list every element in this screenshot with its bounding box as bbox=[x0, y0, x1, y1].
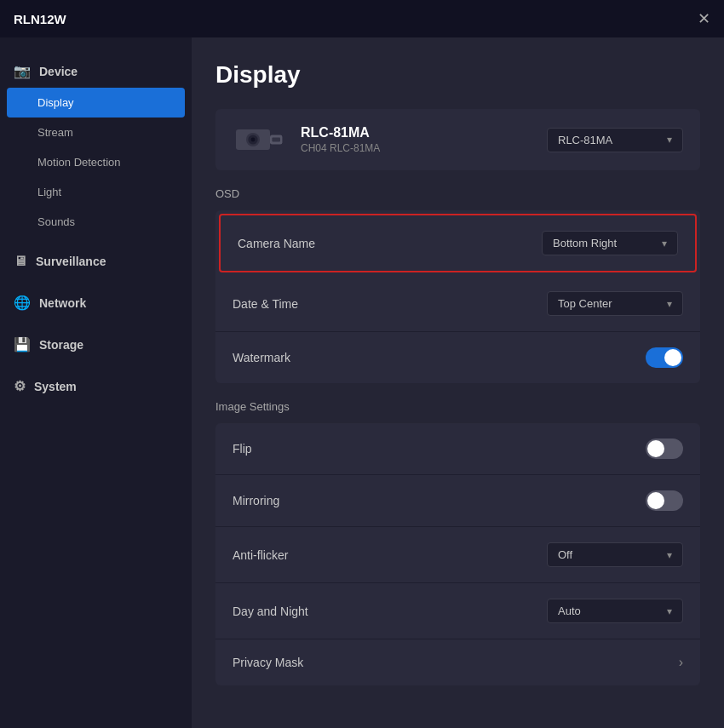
sidebar-item-motion-detection[interactable]: Motion Detection bbox=[0, 147, 192, 177]
date-time-dropdown[interactable]: Top Center ▾ bbox=[547, 291, 683, 316]
date-time-dropdown-arrow-icon: ▾ bbox=[667, 298, 672, 310]
sidebar-item-sounds[interactable]: Sounds bbox=[0, 207, 192, 237]
sidebar-section-network: 🌐 Network bbox=[0, 286, 192, 319]
day-night-dropdown-arrow-icon: ▾ bbox=[667, 605, 672, 617]
day-night-dropdown-value: Auto bbox=[558, 605, 581, 617]
osd-date-time-row: Date & Time Top Center ▾ bbox=[215, 276, 700, 332]
close-button[interactable]: ✕ bbox=[698, 11, 710, 26]
image-day-night-label: Day and Night bbox=[233, 605, 547, 618]
camera-card: RLC-81MA CH04 RLC-81MA RLC-81MA ▾ bbox=[215, 109, 700, 170]
camera-name-dropdown-value: Bottom Right bbox=[553, 237, 617, 249]
sidebar-section-storage-header[interactable]: 💾 Storage bbox=[0, 328, 192, 361]
network-icon: 🌐 bbox=[14, 295, 31, 311]
mirroring-toggle[interactable] bbox=[646, 490, 683, 511]
osd-watermark-row: Watermark bbox=[215, 332, 700, 383]
camera-sub: CH04 RLC-81MA bbox=[301, 142, 533, 154]
sidebar-section-system-label: System bbox=[34, 380, 77, 393]
image-mirroring-label: Mirroring bbox=[233, 494, 646, 507]
watermark-toggle-knob bbox=[664, 349, 681, 366]
anti-flicker-dropdown[interactable]: Off ▾ bbox=[547, 542, 683, 567]
image-flip-label: Flip bbox=[233, 442, 646, 456]
camera-selector-wrapper: RLC-81MA ▾ bbox=[547, 128, 683, 152]
camera-dropdown[interactable]: RLC-81MA ▾ bbox=[547, 128, 683, 152]
camera-icon: 📷 bbox=[14, 63, 31, 79]
osd-camera-name-label: Camera Name bbox=[238, 237, 542, 250]
image-privacy-mask-label: Privacy Mask bbox=[233, 656, 679, 669]
anti-flicker-dropdown-arrow-icon: ▾ bbox=[667, 549, 672, 561]
privacy-mask-arrow-icon: › bbox=[679, 655, 683, 670]
sidebar-item-display[interactable]: Display bbox=[7, 88, 185, 118]
camera-thumbnail bbox=[233, 123, 287, 157]
osd-camera-name-row: Camera Name Bottom Right ▾ bbox=[221, 215, 695, 271]
osd-settings-card: Camera Name Bottom Right ▾ Date & Time T… bbox=[215, 210, 700, 383]
page-title: Display bbox=[215, 61, 700, 89]
sidebar-section-network-header[interactable]: 🌐 Network bbox=[0, 286, 192, 319]
content-area: Display RLC-81MA CH04 RLC-81MA bbox=[192, 37, 724, 728]
day-night-dropdown[interactable]: Auto ▾ bbox=[547, 599, 683, 623]
mirroring-toggle-knob bbox=[647, 492, 664, 509]
image-anti-flicker-row: Anti-flicker Off ▾ bbox=[215, 527, 700, 583]
sidebar-section-network-label: Network bbox=[39, 296, 86, 310]
sidebar-section-system-header[interactable]: ⚙ System bbox=[0, 370, 192, 403]
osd-watermark-label: Watermark bbox=[233, 351, 646, 364]
flip-toggle[interactable] bbox=[646, 439, 683, 459]
sidebar-section-device: 📷 Device Display Stream Motion Detection… bbox=[0, 54, 192, 237]
sidebar-section-storage: 💾 Storage bbox=[0, 328, 192, 361]
date-time-dropdown-value: Top Center bbox=[558, 297, 612, 310]
sidebar-section-system: ⚙ System bbox=[0, 370, 192, 403]
svg-rect-5 bbox=[272, 138, 280, 142]
sidebar-section-surveillance: 🖥 Surveillance bbox=[0, 245, 192, 278]
main-content: 📷 Device Display Stream Motion Detection… bbox=[0, 37, 724, 728]
anti-flicker-dropdown-value: Off bbox=[558, 548, 572, 561]
image-settings-section-label: Image Settings bbox=[215, 400, 700, 413]
sidebar-section-device-label: Device bbox=[39, 65, 78, 78]
image-anti-flicker-label: Anti-flicker bbox=[233, 548, 547, 562]
storage-icon: 💾 bbox=[14, 336, 31, 353]
flip-toggle-knob bbox=[647, 440, 664, 457]
sidebar-section-surveillance-label: Surveillance bbox=[36, 255, 106, 268]
sidebar-section-device-header[interactable]: 📷 Device bbox=[0, 54, 192, 88]
watermark-toggle[interactable] bbox=[646, 347, 683, 368]
surveillance-icon: 🖥 bbox=[14, 254, 27, 269]
camera-name-dropdown[interactable]: Bottom Right ▾ bbox=[542, 231, 678, 255]
osd-date-time-label: Date & Time bbox=[233, 297, 547, 311]
sidebar-item-light[interactable]: Light bbox=[0, 177, 192, 207]
image-day-night-row: Day and Night Auto ▾ bbox=[215, 583, 700, 639]
system-icon: ⚙ bbox=[14, 378, 26, 394]
image-mirroring-row: Mirroring bbox=[215, 475, 700, 527]
title-bar: RLN12W ✕ bbox=[0, 0, 724, 37]
sidebar-item-stream[interactable]: Stream bbox=[0, 118, 192, 147]
image-settings-card: Flip Mirroring Anti-flicker Off bbox=[215, 423, 700, 685]
app-window: RLN12W ✕ 📷 Device Display Stream Motion … bbox=[0, 0, 724, 728]
camera-name-dropdown-arrow-icon: ▾ bbox=[662, 238, 667, 249]
svg-point-3 bbox=[251, 138, 256, 142]
camera-dropdown-value: RLC-81MA bbox=[558, 134, 612, 146]
camera-dropdown-arrow-icon: ▾ bbox=[667, 134, 672, 146]
sidebar: 📷 Device Display Stream Motion Detection… bbox=[0, 37, 192, 728]
sidebar-section-storage-label: Storage bbox=[39, 338, 83, 352]
camera-info: RLC-81MA CH04 RLC-81MA bbox=[301, 125, 533, 154]
camera-model: RLC-81MA bbox=[301, 125, 533, 140]
osd-section-label: OSD bbox=[215, 187, 700, 200]
image-flip-row: Flip bbox=[215, 423, 700, 475]
sidebar-section-surveillance-header[interactable]: 🖥 Surveillance bbox=[0, 245, 192, 278]
window-title: RLN12W bbox=[14, 12, 66, 26]
image-privacy-mask-row[interactable]: Privacy Mask › bbox=[215, 639, 700, 685]
